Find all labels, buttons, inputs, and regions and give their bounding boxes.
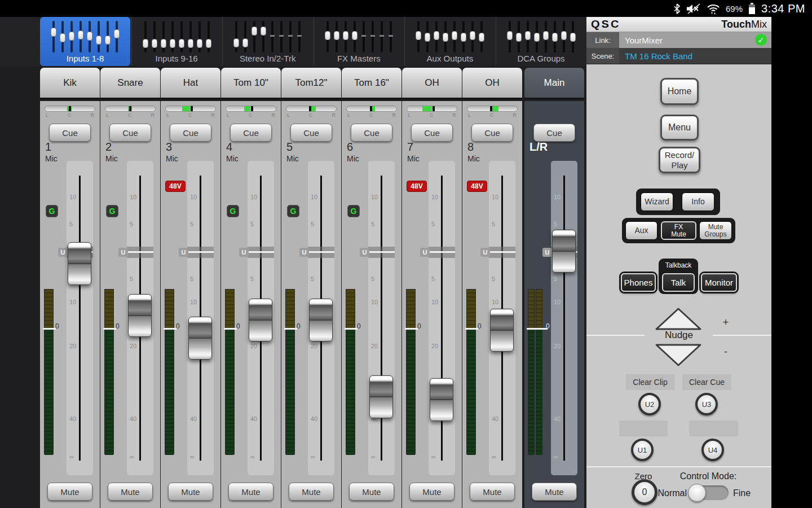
mini-fader-icon	[435, 21, 438, 52]
clock: 3:34 PM	[761, 2, 805, 15]
mute-button[interactable]: Mute	[349, 483, 394, 501]
channel-name[interactable]: OH	[462, 68, 522, 99]
phantom-48v-badge[interactable]: 48V	[467, 181, 487, 192]
pan-indicator[interactable]: LCR	[100, 104, 160, 119]
cue-button[interactable]: Cue	[230, 124, 272, 142]
tab-inputs-1-8[interactable]: Inputs 1-8	[40, 17, 130, 66]
user-button-u2[interactable]: U2	[638, 393, 661, 415]
channel-number: 4	[226, 141, 232, 154]
user-button-u4[interactable]: U4	[701, 439, 724, 461]
fader-track[interactable]: 1055102040∞U	[368, 161, 395, 475]
cue-button[interactable]: Cue	[351, 124, 392, 142]
fader-track[interactable]: 1055102040∞U	[187, 161, 214, 475]
tab-fx-masters[interactable]: FX Masters	[314, 17, 404, 66]
fader-handle[interactable]	[490, 309, 514, 352]
fader-scale-label: 40	[69, 415, 76, 422]
pan-indicator[interactable]: LCR	[342, 104, 401, 119]
control-mode-toggle-knob[interactable]	[688, 484, 706, 502]
wizard-button[interactable]: Wizard	[641, 192, 673, 211]
mini-fader-icon	[426, 21, 429, 52]
pan-indicator[interactable]: LCR	[161, 104, 220, 119]
user-button-u3[interactable]: U3	[695, 393, 718, 415]
phones-button[interactable]: Phones	[621, 273, 656, 292]
pan-indicator[interactable]: LCR	[221, 104, 281, 119]
pan-indicator[interactable]: LCR	[402, 104, 462, 119]
aux-button[interactable]: Aux	[625, 221, 657, 240]
fader-track[interactable]: 1055102040∞U	[248, 161, 274, 475]
home-button[interactable]: Home	[660, 78, 699, 105]
info-button[interactable]: Info	[682, 192, 714, 211]
menu-button[interactable]: Menu	[660, 115, 699, 141]
cue-button[interactable]: Cue	[533, 124, 575, 142]
channel-name[interactable]: Tom12"	[281, 68, 341, 99]
tab-aux-outputs[interactable]: Aux Outputs	[404, 17, 495, 66]
mute-button[interactable]: Mute	[289, 483, 334, 501]
mute-button[interactable]: Mute	[108, 483, 153, 501]
tab-inputs-9-16[interactable]: Inputs 9-16	[131, 17, 222, 66]
gate-badge[interactable]: G	[46, 205, 58, 217]
fader-scale-label: 5	[69, 221, 73, 227]
channel-name[interactable]: Tom 10"	[221, 68, 281, 99]
fader-track[interactable]: 1055102040∞U	[429, 161, 455, 475]
cue-button[interactable]: Cue	[290, 124, 332, 142]
pan-label-l: L	[227, 112, 230, 118]
control-mode-toggle[interactable]	[689, 485, 729, 500]
pan-indicator[interactable]: LCR	[40, 104, 100, 119]
cue-button[interactable]: Cue	[411, 124, 453, 142]
cue-button[interactable]: Cue	[109, 124, 151, 142]
fader-handle[interactable]	[68, 242, 91, 285]
phantom-48v-badge[interactable]: 48V	[407, 181, 427, 192]
fader-handle[interactable]	[430, 378, 453, 421]
nudge-up-button[interactable]: +	[655, 307, 702, 331]
fader-handle[interactable]	[188, 317, 212, 360]
scene-value[interactable]: TM 16 Rock Band	[619, 48, 771, 64]
gate-badge[interactable]: G	[347, 205, 360, 217]
mute-button[interactable]: Mute	[532, 483, 577, 501]
channel-name[interactable]: Hat	[161, 68, 220, 99]
mute-button[interactable]: Mute	[168, 483, 213, 501]
fader-handle[interactable]	[309, 299, 333, 341]
fader-track[interactable]: 1055102040∞U	[67, 161, 93, 475]
cue-button[interactable]: Cue	[170, 124, 211, 142]
fader-handle[interactable]	[128, 294, 152, 337]
mute-button[interactable]: Mute	[228, 483, 273, 501]
channel-name[interactable]: OH	[402, 68, 462, 99]
gate-badge[interactable]: G	[227, 205, 239, 217]
channel-name[interactable]: Snare	[100, 68, 160, 99]
cue-button[interactable]: Cue	[471, 124, 513, 142]
tab-stereo-in-2-trk[interactable]: Stereo In/2-Trk	[222, 17, 312, 66]
mute-groups-button[interactable]: Mute Groups	[699, 221, 732, 240]
cue-button[interactable]: Cue	[49, 124, 91, 142]
fader-scale-label: 5	[554, 275, 557, 282]
tab-dca-groups[interactable]: DCA Groups	[496, 17, 586, 66]
pan-center-tick	[69, 106, 71, 111]
user-button-u1[interactable]: U1	[631, 439, 654, 461]
talk-button[interactable]: Talk	[662, 273, 695, 292]
monitor-button[interactable]: Monitor	[701, 273, 737, 292]
record-play-button[interactable]: Record/ Play	[659, 147, 700, 173]
channel-name[interactable]: Main	[524, 68, 584, 99]
mute-button[interactable]: Mute	[47, 483, 92, 501]
fader-handle[interactable]	[552, 230, 576, 273]
mini-fader-icon	[298, 21, 301, 52]
gate-badge[interactable]: G	[106, 205, 118, 217]
pan-label-l: L	[408, 112, 411, 118]
pan-indicator[interactable]: LCR	[281, 104, 341, 119]
gate-badge[interactable]: G	[287, 205, 299, 217]
fader-handle[interactable]	[249, 299, 272, 341]
fader-track[interactable]: 1055102040∞U	[551, 161, 577, 475]
fader-track[interactable]: 1055102040∞U	[127, 161, 153, 475]
mute-button[interactable]: Mute	[409, 483, 454, 501]
fx-mute-button[interactable]: FX Mute	[661, 221, 696, 240]
fader-handle[interactable]	[369, 375, 393, 418]
channel-name[interactable]: Tom 16"	[342, 68, 401, 99]
phantom-48v-badge[interactable]: 48V	[165, 181, 186, 192]
fader-scale-label: 20	[69, 343, 76, 349]
channel-type-label: Mic	[467, 154, 480, 163]
nudge-down-button[interactable]: -	[655, 343, 702, 367]
mute-button[interactable]: Mute	[470, 483, 515, 501]
pan-indicator[interactable]: LCR	[462, 104, 522, 119]
fader-track[interactable]: 1055102040∞U	[489, 161, 515, 475]
channel-name[interactable]: Kik	[40, 68, 100, 99]
fader-track[interactable]: 1055102040∞U	[308, 161, 334, 475]
